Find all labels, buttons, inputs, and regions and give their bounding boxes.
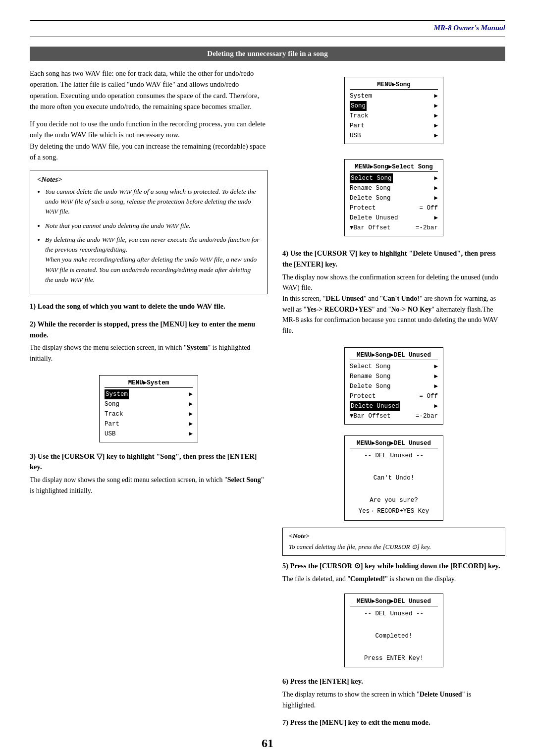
lcd-del-conf-body: -- DEL Unused -- Can't Undo! Are you sur… (350, 450, 438, 517)
lcd-menu-system: MENU▶System System▶ Song▶ Track▶ Part▶ U… (99, 375, 198, 442)
lcd-du-renamesong-row: Rename Song▶ (350, 372, 438, 381)
lcd-select-song-title: MENU▶Song▶Select Song (350, 162, 438, 172)
lcd-del-confirmation-wrapper: MENU▶Song▶DEL Unused -- DEL Unused -- Ca… (282, 433, 505, 523)
left-column: Each song has two WAV file: one for trac… (30, 68, 268, 735)
lcd-menu-song-title: MENU▶Song (350, 80, 438, 90)
step-1: 1) Load the song of which you want to de… (30, 301, 268, 312)
lcd-du-deletesong-row: Delete Song▶ (350, 381, 438, 391)
step-5: 5) Press the [CURSOR ⊙] key while holdin… (282, 561, 505, 584)
step-7: 7) Press the [MENU] key to exit the menu… (282, 717, 505, 728)
step-5-header: 5) Press the [CURSOR ⊙] key while holdin… (282, 561, 505, 572)
lcd-menu-song: MENU▶Song System▶ Song▶ Track▶ Part▶ USB… (344, 77, 443, 144)
step-6-body: The display returns to show the screen i… (282, 689, 505, 710)
step-2-body: The display shows the menu selection scr… (30, 342, 268, 364)
lcd-del-unused-menu-title: MENU▶Song▶DEL Unused (350, 351, 438, 360)
header-top-line (30, 20, 505, 21)
notes-box: <Notes> You cannot delete the undo WAV f… (30, 170, 268, 294)
lcd-du-selectsong-row: Select Song▶ (350, 362, 438, 372)
step-3: 3) Use the [CURSOR ▽] key to highlight "… (30, 451, 268, 496)
notes-title: <Notes> (37, 175, 260, 184)
lcd-ms-song-row: Song▶ (350, 101, 438, 111)
lcd-menu-system-title: MENU▶System (105, 378, 193, 388)
step-4-header: 4) Use the [CURSOR ▽] key to highlight "… (282, 248, 505, 270)
step-2: 2) While the recorder is stopped, press … (30, 319, 268, 364)
page-number: 61 (262, 737, 273, 750)
lcd-completed: MENU▶Song▶DEL Unused -- DEL Unused -- Co… (344, 594, 443, 668)
lcd-ss-baroffset-row: ▼Bar Offset=-2bar (350, 223, 438, 233)
lcd-del-unused-menu-wrapper: MENU▶Song▶DEL Unused Select Song▶ Rename… (282, 343, 505, 429)
lcd-ss-selectsong-row: Select Song▶ (350, 173, 438, 183)
lcd-completed-title: MENU▶Song▶DEL Unused (350, 597, 438, 606)
lcd-part-row: Part▶ (105, 419, 193, 429)
lcd-ss-renamesong-row: Rename Song▶ (350, 183, 438, 193)
step-7-header: 7) Press the [MENU] key to exit the menu… (282, 717, 505, 728)
right-column: MENU▶Song System▶ Song▶ Track▶ Part▶ USB… (282, 68, 505, 735)
notes-list: You cannot delete the undo WAV file of a… (37, 187, 260, 285)
lcd-select-song: MENU▶Song▶Select Song Select Song▶ Renam… (344, 159, 443, 236)
step-5-body: The file is deleted, and "Completed!" is… (282, 574, 505, 585)
lcd-system-row: System▶ (105, 389, 193, 399)
lcd-usb-row: USB▶ (105, 429, 193, 439)
note-small-title: <Note> (289, 532, 499, 540)
lcd-ss-protect-row: Protect= Off (350, 203, 438, 213)
lcd-ss-deleteunused-row: Delete Unused▶ (350, 213, 438, 223)
header-separator (30, 36, 505, 37)
lcd-track-row: Track▶ (105, 409, 193, 419)
lcd-ms-part-row: Part▶ (350, 121, 438, 131)
lcd-du-baroffset-row: ▼Bar Offset=-2bar (350, 411, 438, 421)
step-6: 6) Press the [ENTER] key. The display re… (282, 676, 505, 710)
lcd-ss-deletesong-row: Delete Song▶ (350, 193, 438, 203)
lcd-del-conf-title: MENU▶Song▶DEL Unused (350, 439, 438, 448)
lcd-select-song-wrapper: MENU▶Song▶Select Song Select Song▶ Renam… (282, 155, 505, 240)
note-small-body: To cancel deleting the file, press the [… (289, 542, 499, 552)
step-1-header: 1) Load the song of which you want to de… (30, 301, 268, 312)
intro-para-1: Each song has two WAV file: one for trac… (30, 68, 268, 112)
step-4: 4) Use the [CURSOR ▽] key to highlight "… (282, 248, 505, 336)
lcd-ms-system-row: System▶ (350, 91, 438, 101)
manual-title: MR-8 Owner's Manual (30, 24, 505, 32)
lcd-del-unused-menu: MENU▶Song▶DEL Unused Select Song▶ Rename… (344, 347, 443, 425)
note-small-box: <Note> To cancel deleting the file, pres… (282, 528, 505, 556)
note-item-2: Note that you cannot undo deleting the u… (45, 221, 260, 231)
lcd-completed-body: -- DEL Unused -- Completed! Press ENTER … (350, 608, 438, 664)
lcd-ms-usb-row: USB▶ (350, 131, 438, 141)
step-4-body: The display now shows the confirmation s… (282, 272, 505, 336)
step-2-header: 2) While the recorder is stopped, press … (30, 319, 268, 341)
lcd-ms-track-row: Track▶ (350, 111, 438, 121)
lcd-del-confirmation: MENU▶Song▶DEL Unused -- DEL Unused -- Ca… (344, 435, 443, 521)
lcd-du-protect-row: Protect= Off (350, 391, 438, 401)
note-item-3: By deleting the undo WAV file, you can n… (45, 235, 260, 285)
intro-para-2: If you decide not to use the undo functi… (30, 118, 268, 163)
lcd-song-row: Song▶ (105, 399, 193, 409)
step-6-header: 6) Press the [ENTER] key. (282, 676, 505, 687)
step-3-header: 3) Use the [CURSOR ▽] key to highlight "… (30, 451, 268, 473)
lcd-du-deleteunused-row: Delete Unused▶ (350, 401, 438, 411)
note-item-1: You cannot delete the undo WAV file of a… (45, 187, 260, 217)
lcd-menu-system-wrapper: MENU▶System System▶ Song▶ Track▶ Part▶ U… (30, 371, 268, 446)
section-title: Deleting the unnecessary file in a song (30, 47, 505, 61)
lcd-completed-wrapper: MENU▶Song▶DEL Unused -- DEL Unused -- Co… (282, 592, 505, 670)
step-3-body: The display now shows the song edit menu… (30, 475, 268, 496)
lcd-menu-song-wrapper: MENU▶Song System▶ Song▶ Track▶ Part▶ USB… (282, 73, 505, 148)
